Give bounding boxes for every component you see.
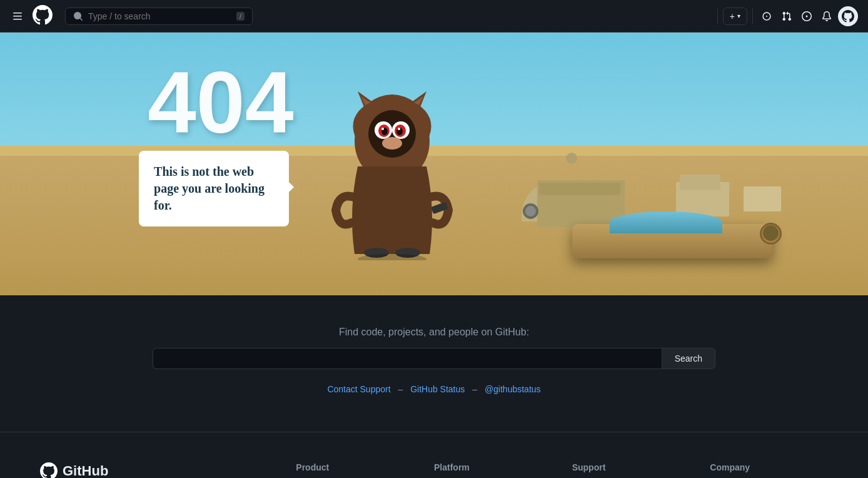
issues-button[interactable] (798, 8, 815, 25)
search-button[interactable]: Search (662, 348, 715, 369)
contact-support-link[interactable]: Contact Support (327, 384, 390, 394)
search-input[interactable] (88, 11, 231, 21)
error-message: This is not the web page you are looking… (154, 163, 274, 214)
footer-col-platform-title: Platform (434, 462, 552, 472)
footer-col-product-title: Product (296, 462, 414, 472)
svg-point-16 (382, 137, 402, 150)
search-label: Find code, projects, and people on GitHu… (339, 327, 529, 338)
new-menu-button[interactable]: + ▾ (723, 8, 747, 25)
main-search-input[interactable] (153, 348, 662, 369)
hamburger-menu[interactable] (10, 9, 25, 24)
footer-col-company-title: Company (710, 462, 828, 472)
footer-brand: GitHub Subscribe to our developer newsle… (40, 462, 276, 478)
pull-requests-button[interactable] (778, 8, 795, 25)
header-divider-1 (717, 9, 718, 24)
avatar[interactable] (838, 6, 858, 26)
footer-col-support: Support Docs Community Forum Professiona… (572, 462, 690, 478)
search-row: Search (153, 348, 715, 369)
footer-col-company: Company About Customer stories Blog (710, 462, 828, 478)
footer-brand-name: GitHub (63, 463, 108, 478)
copilot-button[interactable] (758, 8, 775, 25)
separator-2: – (472, 384, 477, 394)
footer-col-support-title: Support (572, 462, 690, 472)
search-section: Find code, projects, and people on GitHu… (0, 295, 868, 432)
footer-col-product: Product Features Enterprise Copilot (296, 462, 414, 478)
footer-logo[interactable]: GitHub (40, 462, 276, 478)
github-status-link[interactable]: GitHub Status (410, 384, 465, 394)
hero-section: 404 This is not the web page you are loo… (0, 33, 868, 295)
separator-1: – (398, 384, 403, 394)
github-logo[interactable] (33, 5, 53, 28)
header: / + ▾ (0, 0, 868, 33)
search-links: Contact Support – GitHub Status – @githu… (327, 384, 540, 394)
footer: GitHub Subscribe to our developer newsle… (0, 432, 868, 478)
twitter-link[interactable]: @githubstatus (485, 384, 541, 394)
svg-point-13 (381, 128, 384, 130)
slash-key-badge: / (236, 12, 245, 21)
octocat-illustration (330, 85, 455, 248)
chevron-down-icon: ▾ (737, 13, 740, 19)
error-code: 404 (148, 59, 294, 146)
notifications-button[interactable] (818, 8, 835, 25)
header-divider-2 (752, 9, 753, 24)
svg-point-14 (398, 128, 400, 130)
footer-col-platform: Platform Developer API Partners Electron (434, 462, 552, 478)
header-actions: + ▾ (715, 6, 858, 26)
plus-icon: + (730, 11, 735, 21)
global-search[interactable]: / (65, 8, 253, 25)
speech-bubble: This is not the web page you are looking… (139, 151, 289, 226)
